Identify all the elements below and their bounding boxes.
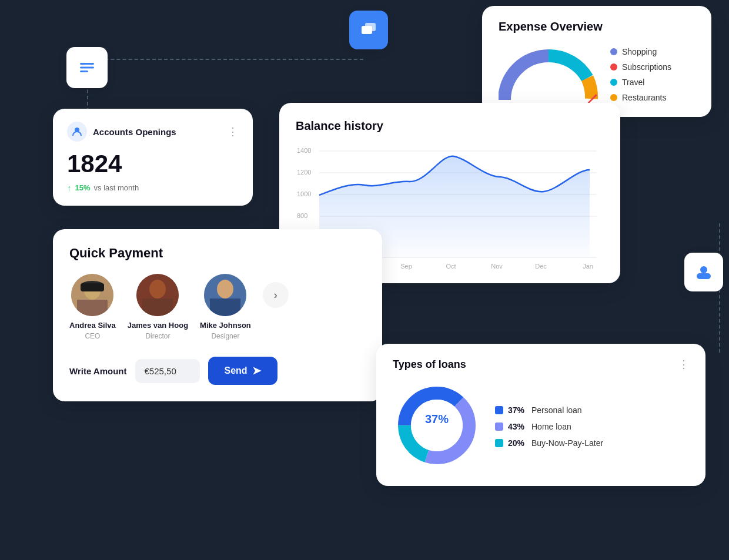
quick-payment-title: Quick Payment [69, 246, 366, 261]
expense-title: Expense Overview [499, 20, 695, 33]
legend-dot-subscriptions [610, 63, 617, 71]
contact-james[interactable]: James van Hoog Director [128, 274, 188, 340]
contact-james-role: Director [145, 332, 170, 340]
svg-text:1200: 1200 [297, 169, 311, 176]
accounts-title: Accounts Openings [93, 127, 176, 137]
svg-rect-5 [697, 273, 711, 279]
loans-content: 37% 37% Personal loan 43% Home loan 20% [393, 381, 689, 472]
contacts-next-button[interactable]: › [263, 282, 289, 308]
legend-item-shopping: Shopping [610, 47, 671, 56]
expense-legend: Shopping Subscriptions Travel Restaurant… [610, 47, 671, 102]
quick-payment-card: Quick Payment Andrea Silva CEO [53, 229, 382, 401]
trend-percent: 15% [75, 183, 91, 192]
svg-text:Jan: Jan [583, 263, 593, 270]
legend-label-subscriptions: Subscriptions [622, 62, 671, 72]
svg-rect-27 [77, 300, 108, 316]
balance-title: Balance history [296, 119, 604, 133]
svg-text:1000: 1000 [297, 190, 311, 197]
send-button[interactable]: Send ➤ [208, 357, 277, 385]
accounts-menu-dots[interactable]: ⋮ [228, 125, 239, 138]
loans-label-personal: Personal loan [531, 405, 582, 415]
accounts-trend: ↑ 15% vs last month [67, 183, 239, 193]
legend-item-restaurants: Restaurants [610, 93, 671, 102]
legend-item-subscriptions: Subscriptions [610, 62, 671, 72]
loans-card: Types of loans ⋮ [376, 344, 705, 486]
loans-item-personal: 37% Personal loan [495, 405, 603, 415]
svg-text:800: 800 [297, 212, 307, 219]
legend-dot-restaurants [610, 94, 617, 101]
contact-james-name: James van Hoog [128, 321, 188, 330]
svg-point-6 [700, 266, 707, 273]
send-label: Send [225, 365, 248, 376]
trend-label: vs last month [94, 183, 139, 192]
write-amount-label: Write Amount [69, 366, 127, 376]
top-center-icon-square [349, 11, 388, 49]
expense-overview-card: Expense Overview [482, 6, 711, 117]
svg-text:37%: 37% [425, 413, 449, 425]
loans-item-home: 43% Home loan [495, 422, 603, 431]
legend-dot-shopping [610, 48, 617, 55]
svg-rect-32 [142, 299, 173, 316]
loans-menu-dots[interactable]: ⋮ [678, 358, 689, 371]
legend-dot-travel [610, 79, 617, 86]
top-left-icon-square [66, 47, 108, 88]
svg-text:Dec: Dec [535, 263, 547, 270]
svg-point-39 [411, 400, 463, 451]
loans-pct-personal: 37% [508, 405, 527, 415]
loans-pct-home: 43% [508, 422, 527, 431]
loans-donut-chart: 37% [393, 381, 481, 472]
loans-legend: 37% Personal loan 43% Home loan 20% Buy-… [495, 405, 603, 448]
contact-andrea-name: Andrea Silva [69, 321, 116, 330]
loans-dot-home [495, 422, 503, 431]
svg-text:Nov: Nov [491, 263, 503, 270]
svg-rect-35 [210, 299, 240, 316]
loans-dot-personal [495, 406, 503, 414]
svg-text:Oct: Oct [446, 263, 456, 270]
contact-mike-role: Designer [211, 332, 239, 340]
contact-andrea-role: CEO [85, 332, 100, 340]
accounts-card: Accounts Openings ⋮ 1824 ↑ 15% vs last m… [53, 109, 253, 206]
contact-mike[interactable]: Mike Johnson Designer [200, 274, 251, 340]
legend-label-travel: Travel [622, 78, 644, 87]
accounts-avatar-icon [67, 122, 87, 142]
legend-label-restaurants: Restaurants [622, 93, 666, 102]
contact-andrea[interactable]: Andrea Silva CEO [69, 274, 116, 340]
send-arrow-icon: ➤ [252, 364, 261, 377]
avatar-james [136, 274, 179, 316]
loans-title: Types of loans [393, 358, 466, 371]
loans-item-bnpl: 20% Buy-Now-Pay-Later [495, 438, 603, 448]
loans-dot-bnpl [495, 439, 503, 447]
svg-rect-29 [81, 283, 104, 291]
svg-point-31 [149, 280, 166, 299]
dashed-line-top [87, 59, 363, 60]
accounts-header: Accounts Openings ⋮ [67, 122, 239, 142]
contact-mike-name: Mike Johnson [200, 321, 251, 330]
legend-item-travel: Travel [610, 78, 671, 87]
svg-rect-4 [365, 23, 376, 31]
amount-input[interactable] [135, 359, 200, 383]
legend-label-shopping: Shopping [622, 47, 657, 56]
svg-rect-2 [80, 71, 88, 72]
avatar-mike [204, 274, 246, 316]
svg-rect-1 [80, 67, 94, 69]
quick-payment-contacts: Andrea Silva CEO James van Hoog Director [69, 274, 366, 340]
svg-point-34 [217, 280, 233, 299]
expense-content: Shopping Subscriptions Travel Restaurant… [499, 44, 695, 105]
svg-rect-0 [80, 63, 94, 65]
trend-arrow-icon: ↑ [67, 183, 72, 193]
accounts-number: 1824 [67, 150, 239, 178]
loans-pct-bnpl: 20% [508, 438, 527, 448]
avatar-andrea [71, 274, 113, 316]
expense-donut [499, 44, 598, 105]
accounts-header-left: Accounts Openings [67, 122, 176, 142]
scene: Expense Overview [0, 0, 729, 560]
loans-label-bnpl: Buy-Now-Pay-Later [531, 438, 603, 448]
svg-text:1400: 1400 [297, 147, 311, 154]
payment-row: Write Amount Send ➤ [69, 357, 366, 385]
svg-text:Sep: Sep [400, 263, 412, 270]
bottom-right-icon-square [684, 253, 723, 291]
loans-label-home: Home loan [531, 422, 571, 431]
loans-header: Types of loans ⋮ [393, 358, 689, 371]
